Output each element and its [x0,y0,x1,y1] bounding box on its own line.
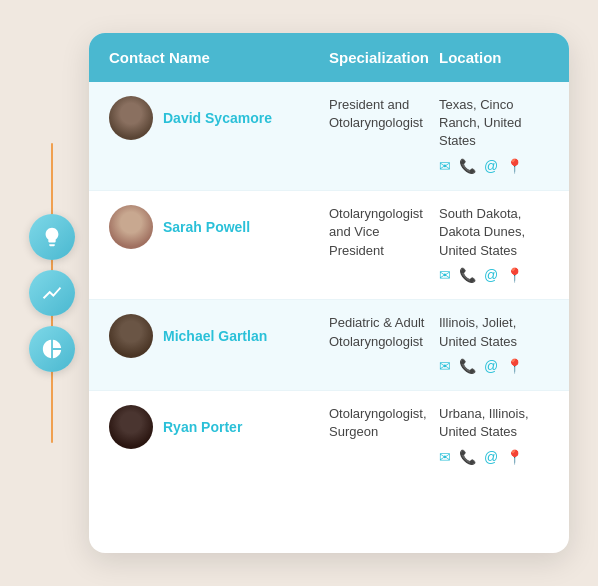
location-text: South Dakota, Dakota Dunes, United State… [439,205,549,260]
header-specialization: Specialization [329,49,439,66]
location-text: Urbana, Illinois, United States [439,405,549,441]
location-cell: Urbana, Illinois, United States ✉ 📞 @ 📍 [439,405,549,467]
bulb-icon [41,226,63,248]
email-icon[interactable]: ✉ [439,357,451,377]
pie-icon [41,338,63,360]
contact-icons: ✉ 📞 @ 📍 [439,357,549,377]
location-cell: South Dakota, Dakota Dunes, United State… [439,205,549,285]
contact-icons: ✉ 📞 @ 📍 [439,448,549,468]
at-icon[interactable]: @ [484,157,498,177]
table-row: David Sycamore President and Otolaryngol… [89,82,569,191]
contact-cell: David Sycamore [109,96,329,140]
phone-icon[interactable]: 📞 [459,357,476,377]
table-row: Michael Gartlan Pediatric & Adult Otolar… [89,300,569,391]
avatar-face [109,405,153,449]
specialization-cell: Otolaryngologist and Vice President [329,205,439,260]
contact-name[interactable]: David Sycamore [163,109,272,127]
sidebar-item-analytics[interactable] [29,270,75,316]
specialization-cell: Pediatric & Adult Otolaryngologist [329,314,439,350]
chart-icon [41,282,63,304]
location-pin-icon[interactable]: 📍 [506,157,523,177]
contact-icons: ✉ 📞 @ 📍 [439,266,549,286]
phone-icon[interactable]: 📞 [459,448,476,468]
phone-icon[interactable]: 📞 [459,157,476,177]
email-icon[interactable]: ✉ [439,266,451,286]
contact-name[interactable]: Sarah Powell [163,218,250,236]
location-cell: Texas, Cinco Ranch, United States ✉ 📞 @ … [439,96,549,176]
table-header: Contact Name Specialization Location [89,33,569,82]
sidebar-item-reports[interactable] [29,326,75,372]
location-text: Texas, Cinco Ranch, United States [439,96,549,151]
contact-name[interactable]: Michael Gartlan [163,327,267,345]
specialization-cell: Otolaryngologist, Surgeon [329,405,439,441]
avatar [109,96,153,140]
phone-icon[interactable]: 📞 [459,266,476,286]
location-pin-icon[interactable]: 📍 [506,357,523,377]
avatar-face [109,205,153,249]
header-location: Location [439,49,549,66]
email-icon[interactable]: ✉ [439,448,451,468]
avatar [109,314,153,358]
contact-name[interactable]: Ryan Porter [163,418,242,436]
contact-cell: Michael Gartlan [109,314,329,358]
at-icon[interactable]: @ [484,448,498,468]
location-text: Illinois, Joliet, United States [439,314,549,350]
table-row: Ryan Porter Otolaryngologist, Surgeon Ur… [89,391,569,481]
sidebar [29,214,75,372]
specialization-cell: President and Otolaryngologist [329,96,439,132]
location-cell: Illinois, Joliet, United States ✉ 📞 @ 📍 [439,314,549,376]
at-icon[interactable]: @ [484,266,498,286]
contact-icons: ✉ 📞 @ 📍 [439,157,549,177]
sidebar-item-ideas[interactable] [29,214,75,260]
at-icon[interactable]: @ [484,357,498,377]
table-row: Sarah Powell Otolaryngologist and Vice P… [89,191,569,300]
header-contact-name: Contact Name [109,49,329,66]
main-container: Contact Name Specialization Location Dav… [29,23,569,563]
avatar [109,405,153,449]
table-body: David Sycamore President and Otolaryngol… [89,82,569,481]
email-icon[interactable]: ✉ [439,157,451,177]
avatar-face [109,96,153,140]
location-pin-icon[interactable]: 📍 [506,448,523,468]
avatar-face [109,314,153,358]
avatar [109,205,153,249]
main-card: Contact Name Specialization Location Dav… [89,33,569,553]
location-pin-icon[interactable]: 📍 [506,266,523,286]
contact-cell: Ryan Porter [109,405,329,449]
contact-cell: Sarah Powell [109,205,329,249]
